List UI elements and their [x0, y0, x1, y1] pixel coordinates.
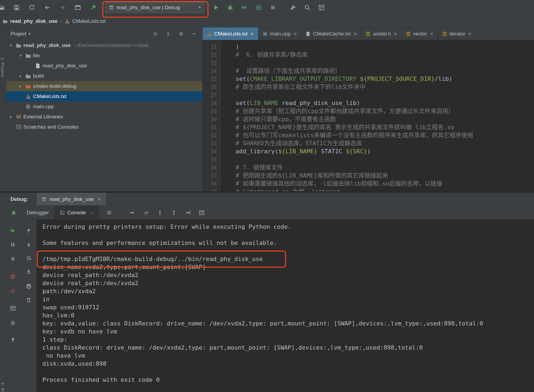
- chevron-right-icon[interactable]: ▸: [20, 74, 25, 78]
- svg-text:C++: C++: [26, 106, 30, 108]
- settings-icon[interactable]: [179, 31, 184, 36]
- run-to-cursor-icon[interactable]: [185, 209, 191, 216]
- collapse-all-icon[interactable]: [166, 31, 171, 36]
- editor-tab-unistd-h[interactable]: Hunistd.h×: [361, 27, 402, 40]
- chevron-right-icon[interactable]: ▸: [20, 84, 25, 89]
- editor-tab-main-cpp[interactable]: C++main.cpp×: [258, 27, 301, 40]
- forward-icon[interactable]: [59, 4, 66, 11]
- arrow-down-icon[interactable]: [26, 242, 32, 248]
- pin-icon[interactable]: [10, 337, 16, 343]
- coverage-icon[interactable]: [255, 4, 262, 11]
- tree-item-cmakelists-txt[interactable]: CMakeLists.txt: [6, 91, 202, 101]
- editor-code-area[interactable]: 21222324252627282930313233343536373839 )…: [203, 40, 534, 191]
- code-token: # SHARED为生成动态库，STATIC为生成静态库: [236, 140, 362, 147]
- build-hammer-icon[interactable]: [90, 4, 97, 11]
- step-into-icon[interactable]: [157, 209, 163, 216]
- settings-icon[interactable]: [10, 320, 16, 326]
- wrench-icon[interactable]: [290, 4, 297, 11]
- toolwindow-button-structure[interactable]: 2: Structure: [1, 382, 5, 392]
- toolwindow-button-project[interactable]: 1: Project: [1, 57, 5, 77]
- console-line: has_lvm:0: [42, 311, 534, 320]
- tree-item-label: Scratches and Consoles: [23, 124, 79, 130]
- code-token: # 也可以专门写cmakelists来编译一个没有主函数的程序来生成共享库，供其…: [236, 132, 473, 139]
- debug-icon[interactable]: [227, 4, 234, 11]
- run-config-combobox[interactable]: read_phy_disk_use | Debug ▾: [105, 2, 204, 13]
- console-output[interactable]: Error during pretty printers setup: Erro…: [36, 220, 534, 392]
- tree-item-read-phy-disk-use[interactable]: ▾read_phy_disk_use~/Documents/code/test/…: [6, 40, 202, 50]
- code-line: ): [236, 43, 534, 51]
- chevron-right-icon[interactable]: ▸: [10, 114, 16, 119]
- step-over-icon[interactable]: [143, 209, 149, 216]
- save-icon[interactable]: [13, 4, 20, 11]
- scroll-to-end-icon[interactable]: [26, 268, 32, 274]
- restore-layout-icon[interactable]: [199, 209, 205, 216]
- sync-icon[interactable]: [28, 4, 35, 11]
- close-icon[interactable]: ×: [468, 31, 471, 37]
- breadcrumb-item-file[interactable]: CMakeLists.txt: [72, 18, 106, 24]
- tab-debugger-label: Debugger: [27, 210, 49, 216]
- project-toolwindow-header: Project ▾: [6, 27, 202, 40]
- chevron-down-icon[interactable]: ▾: [20, 53, 25, 58]
- print-icon[interactable]: [26, 283, 32, 289]
- code-token: CMAKE_LIBRARY_OUTPUT_DIRECTORY: [250, 75, 356, 82]
- folder-icon: [25, 53, 31, 58]
- show-execution-point-icon[interactable]: [129, 209, 135, 216]
- tab-console[interactable]: Console →: [54, 206, 99, 219]
- project-panel-title[interactable]: Project: [10, 31, 26, 37]
- tab-debugger[interactable]: Debugger: [21, 206, 54, 219]
- editor-tab-cmakecache-txt[interactable]: CMakeCache.txt×: [301, 27, 361, 40]
- mute-breakpoints-icon[interactable]: [10, 274, 16, 280]
- resume-icon[interactable]: [10, 228, 16, 234]
- editor-tab-cmakelists-txt[interactable]: CMakeLists.txt×: [203, 27, 258, 40]
- editor-tab-vector[interactable]: Hvector×: [402, 27, 438, 40]
- debug-session-tab[interactable]: read_phy_disk_use ×: [36, 193, 106, 205]
- run-icon[interactable]: [213, 4, 220, 11]
- search-icon[interactable]: [304, 4, 311, 11]
- close-icon[interactable]: ×: [430, 31, 433, 37]
- tree-item-read-phy-disk-use[interactable]: read_phy_disk_use: [6, 61, 202, 71]
- clear-all-icon[interactable]: [26, 297, 32, 303]
- stop-icon[interactable]: [269, 4, 276, 11]
- locate-icon[interactable]: [153, 31, 158, 36]
- close-icon[interactable]: ×: [98, 196, 101, 202]
- stop-icon[interactable]: [10, 256, 16, 262]
- attach-process-icon[interactable]: [241, 4, 248, 11]
- chevron-down-icon[interactable]: ▾: [28, 31, 31, 36]
- code-line: # 这时候只需要cpp，不需要有主函数: [236, 115, 534, 123]
- library-icon: [16, 114, 21, 119]
- soft-wrap-icon[interactable]: [26, 255, 32, 261]
- close-icon[interactable]: ×: [294, 31, 297, 37]
- hide-icon[interactable]: [192, 31, 196, 36]
- close-icon[interactable]: ×: [251, 31, 254, 37]
- arrow-up-icon[interactable]: [26, 228, 32, 234]
- chevron-down-icon[interactable]: ▾: [199, 5, 201, 10]
- cmake-icon: [207, 31, 212, 36]
- tree-item-cmake-build-debug[interactable]: ▸cmake-build-debug: [6, 81, 202, 91]
- line-number: 29: [203, 107, 221, 115]
- editor-tab-iterator[interactable]: Hiterator×: [438, 27, 476, 40]
- restore-layout-icon[interactable]: [10, 305, 16, 311]
- close-icon[interactable]: ×: [394, 31, 397, 37]
- tree-item-label: build: [33, 73, 44, 79]
- chevron-down-icon[interactable]: ▾: [10, 43, 16, 48]
- tree-item-scratches-and-consoles[interactable]: Scratches and Consoles: [6, 122, 202, 132]
- tree-item-build[interactable]: ▸build: [6, 71, 202, 81]
- window-icon[interactable]: [74, 4, 81, 11]
- code-line: # 如果需要链接其他的动态库，-l后接去除lib前缀和.so后缀的名称，以链接: [236, 180, 534, 188]
- tool-windows-icon[interactable]: [318, 4, 325, 11]
- editor[interactable]: CMakeLists.txt×C++main.cpp×CMakeCache.tx…: [203, 27, 534, 191]
- pause-icon[interactable]: [10, 242, 16, 248]
- tree-item-main-cpp[interactable]: C++main.cpp: [6, 101, 202, 112]
- breadcrumb: read_phy_disk_use › CMakeLists.txt: [0, 15, 534, 27]
- close-icon[interactable]: ×: [354, 31, 357, 37]
- tree-item-bin[interactable]: ▾bin: [6, 50, 202, 61]
- view-breakpoints-icon[interactable]: [10, 288, 16, 294]
- debug-toolbar: Debugger Console →: [6, 206, 534, 220]
- open-project-icon[interactable]: [0, 4, 5, 11]
- menu-icon[interactable]: [106, 209, 112, 216]
- step-out-icon[interactable]: [171, 209, 177, 216]
- back-icon[interactable]: [44, 4, 51, 11]
- line-number: 39: [203, 188, 221, 191]
- tree-item-external-libraries[interactable]: ▸External Libraries: [6, 112, 202, 122]
- breadcrumb-item-project[interactable]: read_phy_disk_use: [10, 18, 57, 24]
